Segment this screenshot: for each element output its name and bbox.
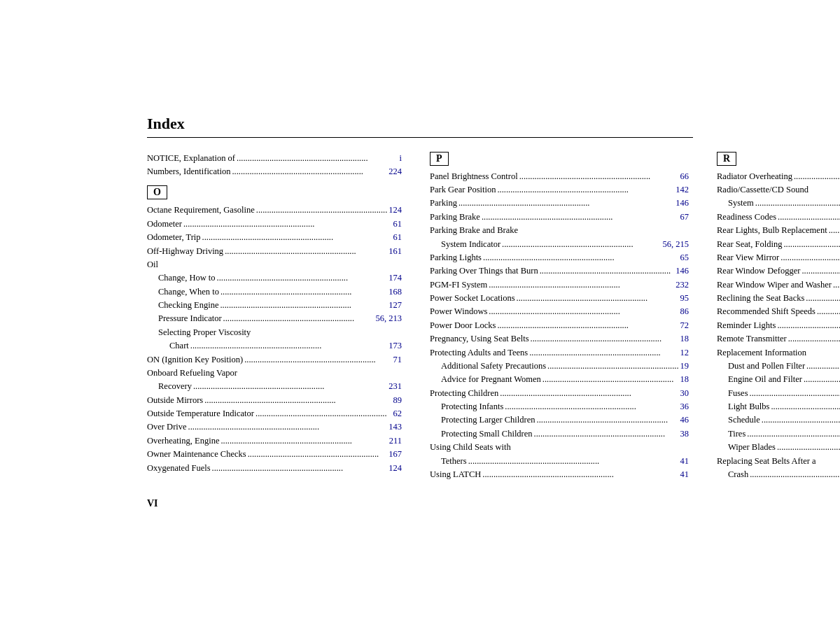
entry-text: Recovery bbox=[158, 380, 192, 393]
list-item: Rear Window Wiper and Washer............… bbox=[717, 278, 840, 292]
entry-text: Protecting Adults and Teens bbox=[430, 346, 528, 360]
entry-page: 231 bbox=[388, 380, 402, 393]
entry-dots: ........................................… bbox=[212, 462, 388, 475]
list-item: Protecting Small Children...............… bbox=[430, 427, 689, 441]
entry-dots: ........................................… bbox=[537, 413, 679, 427]
entry-text: Schedule bbox=[728, 413, 760, 427]
list-item: Using Child Seats with bbox=[430, 441, 689, 454]
list-item: Recommended Shift Speeds................… bbox=[717, 305, 840, 318]
entry-page: 174 bbox=[388, 271, 402, 285]
entry-text: Chart bbox=[169, 339, 189, 353]
entry-page: 89 bbox=[393, 394, 402, 407]
entry-dots: ........................................… bbox=[505, 400, 678, 413]
list-item: Pressure Indicator......................… bbox=[147, 312, 402, 325]
list-item: ON (Ignition Key Position)..............… bbox=[147, 353, 402, 367]
entry-text: Overheating, Engine bbox=[147, 434, 219, 448]
entry-text: Outside Temperature Indicator bbox=[147, 407, 254, 420]
entry-text: Replacement Information bbox=[717, 346, 806, 360]
entry-text: PGM-FI System bbox=[430, 278, 487, 292]
entry-page: 18 bbox=[680, 373, 690, 386]
entry-dots: ........................................… bbox=[783, 238, 840, 251]
entry-dots: ........................................… bbox=[531, 332, 679, 346]
list-item: Radiator Overheating....................… bbox=[717, 170, 840, 183]
entry-page: 86 bbox=[680, 305, 690, 318]
page-title: Index bbox=[147, 115, 693, 133]
column-2: PPanel Brightness Control...............… bbox=[430, 152, 703, 482]
entry-text: Outside Mirrors bbox=[147, 394, 203, 407]
list-item: Schedule................................… bbox=[717, 413, 840, 427]
entry-text: Dust and Pollen Filter bbox=[728, 360, 805, 373]
entry-page: 66 bbox=[680, 170, 690, 183]
entry-text: System bbox=[728, 197, 754, 210]
list-item: Change, How to..........................… bbox=[147, 271, 402, 285]
entry-dots: ........................................… bbox=[248, 448, 388, 461]
list-item: Protecting Infants......................… bbox=[430, 400, 689, 413]
list-item: Selecting Proper Viscosity bbox=[147, 326, 402, 339]
entry-dots: ........................................… bbox=[502, 238, 661, 251]
entry-text: Odometer, Trip bbox=[147, 231, 201, 244]
entry-page: 168 bbox=[388, 285, 402, 299]
list-item: Off-Highway Driving.....................… bbox=[147, 245, 402, 258]
list-item: Rear Lights, Bulb Replacement...........… bbox=[717, 224, 840, 237]
entry-dots: ........................................… bbox=[778, 211, 840, 224]
entry-page: 38 bbox=[680, 427, 690, 441]
list-item: Change, When to.........................… bbox=[147, 285, 402, 299]
entry-dots: ........................................… bbox=[482, 211, 679, 224]
list-item: Additional Safety Precautions...........… bbox=[430, 360, 689, 373]
entry-dots: ........................................… bbox=[771, 400, 840, 413]
list-item: NOTICE, Explanation of..................… bbox=[147, 152, 402, 165]
entry-page: 72 bbox=[680, 319, 690, 332]
entry-text: Checking Engine bbox=[158, 299, 218, 312]
entry-dots: ........................................… bbox=[489, 305, 678, 318]
entry-dots: ........................................… bbox=[500, 387, 678, 400]
entry-page: 62 bbox=[393, 407, 402, 420]
entry-text: Onboard Refueling Vapor bbox=[147, 367, 237, 380]
entry-text: Park Gear Position bbox=[430, 183, 496, 197]
list-item: Over Drive..............................… bbox=[147, 420, 402, 434]
section-letter-o: O bbox=[147, 185, 167, 199]
list-item: System Indicator........................… bbox=[430, 238, 689, 251]
entry-text: Light Bulbs bbox=[728, 400, 769, 413]
entry-text: Remote Transmitter bbox=[717, 332, 787, 346]
entry-text: Tethers bbox=[441, 455, 467, 468]
entry-text: Odometer bbox=[147, 218, 182, 231]
list-item: Chart...................................… bbox=[147, 339, 402, 353]
list-item: PGM-FI System...........................… bbox=[430, 278, 689, 292]
list-item: Outside Mirrors.........................… bbox=[147, 394, 402, 407]
entry-text: Protecting Children bbox=[430, 387, 498, 400]
entry-page: i bbox=[400, 152, 402, 165]
entry-page: 95 bbox=[680, 292, 690, 305]
entry-text: Change, How to bbox=[158, 271, 216, 285]
entry-dots: ........................................… bbox=[777, 441, 840, 454]
entry-text: Advice for Pregnant Women bbox=[441, 373, 541, 386]
entry-page: 41 bbox=[680, 455, 690, 468]
entry-text: Power Windows bbox=[430, 305, 487, 318]
entry-dots: ........................................… bbox=[183, 218, 392, 231]
entry-text: Selecting Proper Viscosity bbox=[158, 326, 251, 339]
entry-text: Rear Seat, Folding bbox=[717, 238, 782, 251]
entry-dots: ........................................… bbox=[747, 427, 840, 441]
entry-dots: ........................................… bbox=[204, 394, 391, 407]
entry-page: 56, 213 bbox=[376, 312, 402, 325]
list-item: Oil bbox=[147, 258, 402, 271]
entry-page: 41 bbox=[680, 468, 690, 481]
entry-dots: ........................................… bbox=[220, 434, 387, 448]
entry-page: 161 bbox=[388, 245, 402, 258]
list-item: Rear Seat, Folding......................… bbox=[717, 238, 840, 251]
entry-dots: ........................................… bbox=[777, 319, 840, 332]
list-item: Rear Window Defogger....................… bbox=[717, 264, 840, 278]
entry-text: Power Door Locks bbox=[430, 319, 496, 332]
entry-text: Numbers, Identification bbox=[147, 165, 230, 178]
entry-dots: ........................................… bbox=[244, 353, 391, 367]
entry-text: Oil bbox=[147, 258, 158, 271]
entry-text: Rear Window Wiper and Washer bbox=[717, 278, 832, 292]
entry-page: 124 bbox=[388, 462, 402, 475]
entry-text: NOTICE, Explanation of bbox=[147, 152, 235, 165]
list-item: Parking Brake...........................… bbox=[430, 211, 689, 224]
list-item: Replacing Seat Belts After a bbox=[717, 455, 840, 468]
list-item: Reclining the Seat Backs................… bbox=[717, 292, 840, 305]
page-container: Index NOTICE, Explanation of............… bbox=[105, 87, 735, 538]
entry-page: 12 bbox=[680, 346, 690, 360]
entry-dots: ........................................… bbox=[542, 373, 679, 386]
list-item: Power Socket Locations..................… bbox=[430, 292, 689, 305]
